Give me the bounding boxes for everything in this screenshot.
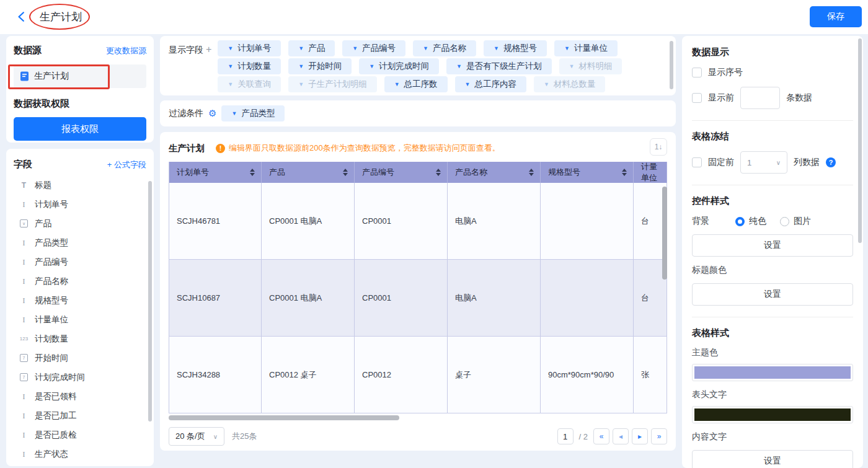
save-button[interactable]: 保存	[810, 6, 862, 27]
gear-icon[interactable]: ⚙	[208, 108, 216, 119]
table-row[interactable]: SCJH10687 CP0001 电脑A CP0001 电脑A 台	[169, 260, 667, 337]
field-item[interactable]: I是否已质检	[14, 425, 146, 444]
field-list: T标题 I计划单号 ∨产品 I产品类型 I产品编号 I产品名称 I规格型号 I计…	[14, 175, 146, 464]
show-index-label: 显示序号	[708, 67, 743, 78]
field-item[interactable]: I是否已领料	[14, 387, 146, 406]
settings-scrollbar[interactable]	[858, 38, 862, 243]
field-item[interactable]: I计量单位	[14, 310, 146, 329]
first-page-button[interactable]: «	[593, 428, 609, 444]
display-field-tag[interactable]: ▼总工序数	[384, 76, 448, 92]
display-field-tag-disabled[interactable]: ▼材料明细	[559, 58, 622, 74]
chevron-down-icon: ▼	[423, 45, 428, 51]
column-header[interactable]: 产品编号	[355, 162, 448, 183]
table-vertical-scrollbar[interactable]	[662, 187, 667, 280]
report-permission-button[interactable]: 报表权限	[14, 117, 146, 141]
chevron-down-icon: ▼	[369, 63, 374, 69]
freeze-columns-checkbox[interactable]	[692, 157, 702, 167]
current-page-box[interactable]: 1	[557, 428, 574, 444]
theme-color-swatch[interactable]	[692, 364, 853, 381]
display-field-tag[interactable]: ▼产品名称	[413, 40, 476, 56]
cell: CP0001 电脑A	[262, 183, 355, 259]
field-label: 产品	[35, 218, 51, 229]
change-datasource-link[interactable]: 更改数据源	[106, 45, 146, 56]
add-formula-field-link[interactable]: + 公式字段	[107, 159, 146, 170]
next-page-button[interactable]: ▸	[632, 428, 648, 444]
display-field-tag[interactable]: ▼规格型号	[484, 40, 547, 56]
display-field-tag[interactable]: ▼计量单位	[554, 40, 618, 56]
display-field-tag-disabled[interactable]: ▼子生产计划明细	[288, 76, 376, 92]
cell: CP0001	[355, 260, 448, 336]
field-item[interactable]: I产品编号	[14, 252, 146, 272]
display-field-tag[interactable]: ▼计划完成时间	[359, 58, 439, 74]
prev-page-button[interactable]: ◂	[613, 428, 629, 444]
field-item[interactable]: ∨产品	[14, 214, 146, 233]
table-row[interactable]: SCJH34288 CP0012 桌子 CP0012 桌子 90cm*90cm*…	[169, 337, 667, 413]
datasource-title: 数据源	[14, 45, 42, 56]
help-icon[interactable]: ?	[826, 157, 836, 167]
display-field-tag-disabled[interactable]: ▼关联查询	[218, 76, 281, 92]
display-field-tag[interactable]: ▼是否有下级生产计划	[446, 58, 551, 74]
content-text-color-label: 内容文字	[692, 431, 853, 443]
field-item[interactable]: 7开始时间	[14, 348, 146, 368]
freeze-count-select[interactable]: 1 ∨	[740, 151, 787, 174]
filter-tag[interactable]: ▼产品类型	[221, 105, 285, 121]
field-label: 计划完成时间	[35, 372, 85, 383]
display-field-tag[interactable]: ▼总工序内容	[455, 76, 526, 92]
header-text-color-swatch[interactable]	[692, 406, 853, 423]
field-label: 计划单号	[35, 199, 68, 210]
display-field-tag[interactable]: ▼开始时间	[288, 58, 352, 74]
chevron-down-icon: ▼	[394, 81, 400, 87]
last-page-button[interactable]: »	[651, 428, 667, 444]
table-horizontal-scroll-track	[169, 415, 667, 420]
back-icon[interactable]	[16, 11, 29, 24]
freeze-suffix-label: 列数据	[794, 157, 820, 168]
column-header[interactable]: 规格型号	[541, 162, 634, 183]
sort-icon[interactable]	[436, 169, 441, 176]
field-item[interactable]: 7计划完成时间	[14, 368, 146, 387]
show-index-checkbox[interactable]	[692, 68, 702, 77]
sort-icon[interactable]	[343, 169, 348, 176]
divider	[692, 317, 853, 317]
field-item[interactable]: I计划单号	[14, 195, 146, 214]
image-radio[interactable]	[780, 217, 789, 226]
cell: 电脑A	[448, 260, 541, 336]
field-item[interactable]: I是否已加工	[14, 406, 146, 425]
column-header[interactable]: 产品名称	[448, 162, 541, 183]
page-size-select[interactable]: 20 条/页 ∨	[169, 427, 224, 446]
field-item[interactable]: T标题	[14, 175, 146, 195]
column-header[interactable]: 产品	[262, 162, 355, 183]
datasource-item[interactable]: 生产计划	[14, 64, 146, 88]
display-field-tag[interactable]: ▼产品	[288, 40, 335, 56]
sort-icon[interactable]	[250, 169, 255, 176]
field-item[interactable]: I产品名称	[14, 272, 146, 291]
field-item[interactable]: I规格型号	[14, 291, 146, 310]
add-display-field-icon[interactable]: +	[203, 44, 211, 55]
display-field-tag[interactable]: ▼产品编号	[342, 40, 405, 56]
column-header[interactable]: 计划单号	[169, 162, 262, 183]
sort-icon[interactable]	[622, 169, 627, 176]
sort-icon[interactable]	[529, 169, 534, 176]
field-item[interactable]: 123计划数量	[14, 329, 146, 348]
chevron-down-icon: ▼	[465, 81, 471, 87]
content-text-set-button[interactable]: 设置	[692, 450, 853, 468]
display-field-tag[interactable]: ▼计划单号	[218, 40, 281, 56]
show-first-checkbox[interactable]	[692, 93, 702, 103]
fields-scrollbar[interactable]	[148, 181, 152, 422]
show-first-label: 显示前	[708, 92, 734, 104]
table-row[interactable]: SCJH46781 CP0001 电脑A CP0001 电脑A 台	[169, 183, 667, 260]
field-item[interactable]: I产品类型	[14, 233, 146, 252]
display-field-tag-disabled[interactable]: ▼材料总数量	[534, 76, 605, 92]
display-fields-scrollbar[interactable]	[670, 41, 673, 89]
background-set-button[interactable]: 设置	[692, 234, 853, 257]
field-item[interactable]: I生产状态	[14, 444, 146, 464]
sort-order-button[interactable]: 1↓	[650, 138, 667, 156]
solid-color-radio[interactable]	[735, 217, 745, 226]
text-icon: I	[19, 200, 29, 210]
field-label: 计量单位	[35, 314, 68, 325]
display-field-tag[interactable]: ▼计划数量	[218, 58, 281, 74]
column-header[interactable]: 计量单位	[634, 162, 667, 183]
title-color-set-button[interactable]: 设置	[692, 283, 853, 306]
show-first-count-input[interactable]	[740, 87, 780, 109]
text-icon: I	[19, 315, 29, 325]
table-horizontal-scrollbar[interactable]	[169, 415, 399, 420]
